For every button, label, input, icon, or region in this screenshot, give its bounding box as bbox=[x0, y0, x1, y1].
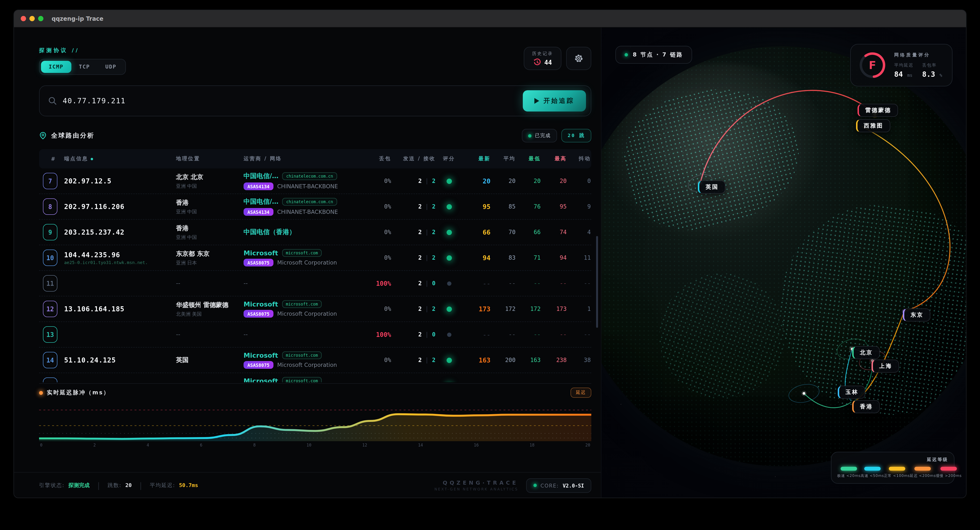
received-count: 0 bbox=[432, 331, 436, 338]
latency-latest: 20 bbox=[463, 177, 490, 185]
score-cell bbox=[436, 230, 463, 235]
score-grade: F bbox=[869, 59, 876, 72]
search-bar: 开始追踪 bbox=[39, 85, 591, 117]
endpoint-cell: 202.97.116.206 bbox=[64, 203, 176, 211]
status-bar: 引擎状态:探测完成|跳数:20|平均延迟:50.7ms QQZENG·TRACE… bbox=[14, 472, 601, 498]
score-gauge: F bbox=[858, 50, 888, 80]
carrier-domain-tag: microsoft.com bbox=[282, 377, 322, 382]
column-header: 端点信息 bbox=[64, 155, 176, 162]
protocol-tab-icmp[interactable]: ICMP bbox=[41, 61, 71, 73]
column-header: 最新 bbox=[463, 155, 490, 162]
latency-latest: 66 bbox=[463, 228, 490, 236]
received-count: 2 bbox=[432, 229, 436, 236]
sent-received: 2 | 2 bbox=[391, 254, 436, 261]
gear-icon bbox=[574, 54, 584, 63]
city-label: 北京 bbox=[852, 346, 880, 359]
nodes-links-badge: 8 节点 · 7 链路 bbox=[616, 46, 692, 64]
received-count: 0 bbox=[432, 280, 436, 287]
region: 北美洲 美国 bbox=[176, 311, 243, 318]
hop-number-badge: 13 bbox=[43, 326, 57, 343]
ip-input[interactable] bbox=[63, 97, 523, 105]
latency-avg: -- bbox=[490, 331, 515, 338]
hop-number-badge: 10 bbox=[43, 249, 57, 266]
brand-subtitle: NEXT-GEN NETWORK ANALYTICS bbox=[434, 487, 518, 491]
endpoint-cell: 202.97.12.5 bbox=[64, 177, 176, 185]
latency-max: -- bbox=[541, 331, 567, 338]
geo-cell: -- bbox=[176, 331, 243, 338]
latency-chart-block: 实时延迟脉冲（ms） 延迟 02468101214161820 bbox=[39, 383, 591, 447]
column-header: 抖动 bbox=[567, 155, 591, 162]
trace-panel: 探测协议 // ICMPTCPUDP 历史记录 44 bbox=[14, 27, 601, 498]
carrier-name: Microsoft bbox=[243, 249, 278, 257]
latency-latest: 95 bbox=[463, 203, 490, 211]
status-badge: 已完成 bbox=[522, 129, 557, 142]
column-header: 评分 bbox=[436, 155, 463, 162]
score-cell bbox=[436, 178, 463, 184]
geo-cell: 英国 bbox=[176, 382, 243, 382]
start-trace-button[interactable]: 开始追踪 bbox=[523, 90, 586, 112]
column-header: 运营商 / 网络 bbox=[243, 155, 364, 162]
packet-loss: 0% bbox=[364, 178, 391, 184]
maximize-button[interactable] bbox=[38, 16, 43, 21]
latency-latest: 165 bbox=[463, 382, 490, 382]
protocol-tab-tcp[interactable]: TCP bbox=[71, 61, 98, 73]
legend-item: 缓慢 >200ms bbox=[936, 467, 962, 478]
core-dot-icon bbox=[533, 484, 536, 487]
column-header: 地理位置 bbox=[176, 155, 243, 162]
carrier-cell: Microsoft microsoft.com ASAS8075 Microso… bbox=[243, 249, 364, 267]
history-clock-icon bbox=[533, 58, 541, 66]
city-label: 英国 bbox=[698, 180, 725, 193]
column-header: 发送 / 接收 bbox=[391, 155, 436, 162]
ip-address: 202.97.12.5 bbox=[64, 177, 176, 185]
column-header: # bbox=[43, 156, 64, 162]
latency-jitter: 11 bbox=[567, 254, 591, 261]
carrier-cell: 中国电信/… chinatelecom.com.cn ASAS4134 CHIN… bbox=[243, 172, 364, 190]
hop-number-badge: 11 bbox=[43, 275, 57, 292]
score-stat: 平均延迟84 ms bbox=[894, 62, 913, 78]
nodes-links-text: 8 节点 · 7 链路 bbox=[633, 51, 683, 58]
latency-latest: 163 bbox=[463, 356, 490, 364]
latency-avg: 172 bbox=[490, 305, 515, 312]
hostname: ae25-0.icr01.tyo31.ntwk.msn.net. bbox=[64, 260, 176, 265]
settings-button[interactable] bbox=[566, 47, 591, 70]
score-cell bbox=[436, 255, 463, 260]
city-label: 香港 bbox=[852, 400, 880, 413]
route-table: 7 202.97.12.5 北京 北京 亚洲 中国 中国电信/… chinate… bbox=[39, 168, 591, 382]
sent-count: 2 bbox=[418, 331, 422, 338]
core-label: CORE: bbox=[540, 482, 559, 488]
route-arcs bbox=[601, 27, 966, 498]
city: 北京 北京 bbox=[176, 172, 243, 181]
received-count: 2 bbox=[432, 178, 436, 184]
minimize-button[interactable] bbox=[29, 16, 35, 21]
protocol-tab-udp[interactable]: UDP bbox=[98, 61, 124, 73]
history-button[interactable]: 历史记录 44 bbox=[524, 47, 562, 70]
geo-cell: 北京 北京 亚洲 中国 bbox=[176, 172, 243, 190]
city: -- bbox=[176, 331, 243, 338]
hop-number-badge: 15 bbox=[43, 377, 57, 382]
sent-count: 2 bbox=[418, 203, 422, 210]
table-row: 14 51.10.24.125 英国 Microsoft microsoft.c… bbox=[39, 348, 591, 373]
packet-loss: 0% bbox=[364, 357, 391, 364]
chart-x-axis: 02468101214161820 bbox=[39, 443, 591, 447]
carrier-domain-tag: chinatelecom.com.cn bbox=[282, 172, 337, 180]
packet-loss: 0% bbox=[364, 254, 391, 261]
sent-received: 2 | 2 bbox=[391, 357, 436, 364]
city: 香港 bbox=[176, 198, 243, 207]
table-row: 13 -- -- 100% 2 | 0 -- -- -- -- -- bbox=[39, 322, 591, 348]
close-button[interactable] bbox=[21, 16, 26, 21]
latency-avg: 200 bbox=[490, 357, 515, 364]
asn-badge: ASAS8075 bbox=[243, 310, 274, 318]
latency-chip[interactable]: 延迟 bbox=[571, 388, 591, 398]
sent-received: 2 | 0 bbox=[391, 280, 436, 287]
table-scrollbar[interactable] bbox=[596, 236, 598, 328]
region: 亚洲 日本 bbox=[176, 259, 243, 266]
table-row: 7 202.97.12.5 北京 北京 亚洲 中国 中国电信/… chinate… bbox=[39, 168, 591, 194]
latency-min: 76 bbox=[515, 203, 541, 210]
score-cell bbox=[436, 204, 463, 209]
geo-cell: 英国 bbox=[176, 356, 243, 364]
status-item: 跳数:20 bbox=[108, 482, 132, 489]
column-header: 丢包 bbox=[364, 155, 391, 162]
score-dot-icon bbox=[446, 358, 452, 363]
table-row: 11 -- -- 100% 2 | 0 -- -- -- -- -- bbox=[39, 271, 591, 296]
latency-min: 163 bbox=[515, 357, 541, 364]
